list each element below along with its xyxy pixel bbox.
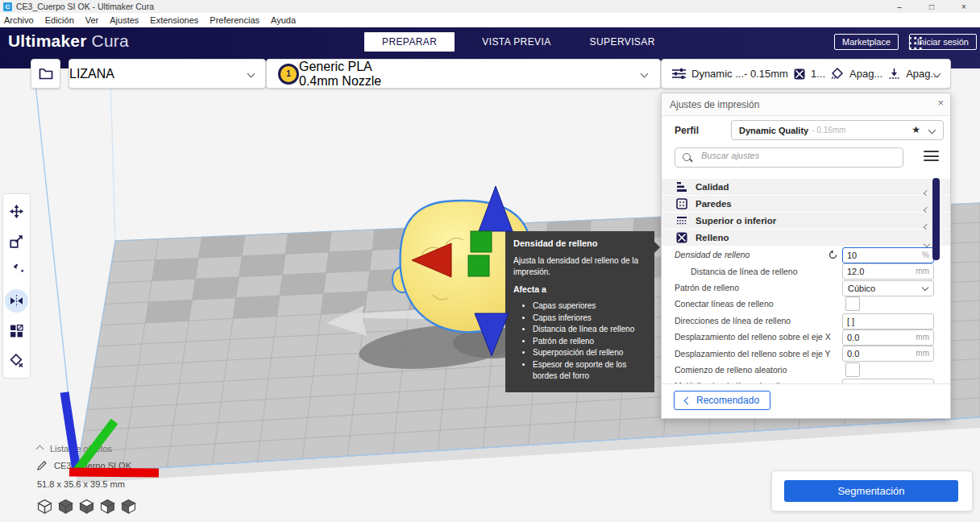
open-file-button[interactable] [31, 59, 60, 89]
mirror-handle-down[interactable] [475, 313, 509, 356]
infill-summary: 1... [811, 68, 825, 80]
setting-label: Patrón de relleno [675, 283, 739, 292]
mirror-handle-left[interactable] [412, 243, 451, 277]
view-front-button[interactable] [57, 497, 73, 515]
category-superior-inferior[interactable]: Superior o inferior [662, 213, 950, 229]
connect-infill-lines-checkbox[interactable] [845, 296, 860, 311]
affects-item: Patrón de relleno [533, 336, 646, 348]
tab-supervisar[interactable]: SUPERVISAR [579, 32, 666, 52]
mirror-handle-back[interactable] [468, 255, 489, 276]
support-blocker-icon [10, 354, 23, 367]
support-summary: Apag... [849, 68, 882, 80]
search-settings-input[interactable] [700, 150, 896, 161]
panel-header[interactable]: Ajustes de impresión × [662, 93, 950, 116]
sliders-icon [672, 68, 686, 80]
view-right-button[interactable] [120, 497, 136, 515]
x-axis [69, 472, 159, 473]
close-button[interactable]: × [948, 0, 980, 13]
support-blocker-button[interactable] [3, 346, 30, 375]
unit-label: % [922, 251, 929, 259]
support-icon [831, 68, 844, 80]
category-relleno[interactable]: Relleno [662, 230, 950, 246]
close-icon[interactable]: × [937, 97, 944, 109]
object-list-item[interactable]: CE3_Cuerpo SI OK [37, 460, 131, 470]
menu-bar: Archivo Edición Ver Ajustes Extensiones … [0, 13, 980, 27]
setting-row-infill-density: Densidad de relleno % [662, 246, 950, 263]
menu-ver[interactable]: Ver [80, 14, 105, 26]
mirror-handle-front[interactable] [471, 231, 492, 252]
infill-line-directions-input[interactable] [843, 314, 933, 329]
star-icon[interactable]: ★ [911, 124, 920, 135]
affects-item: Superposición del relleno [533, 347, 646, 359]
marketplace-button[interactable]: Marketplace [834, 34, 899, 50]
cube-right-icon [121, 499, 136, 514]
tooltip-affects-list: Capas superiores Capas inferiores Distan… [513, 300, 646, 383]
cube-top-icon [79, 499, 94, 514]
category-paredes[interactable]: Paredes [662, 196, 950, 212]
setting-label: Desplazamiento del relleno sobre el eje … [675, 349, 831, 358]
search-settings-box[interactable] [675, 147, 903, 168]
print-settings-panel: Ajustes de impresión × Perfil Dynamic Qu… [661, 93, 951, 419]
menu-ayuda[interactable]: Ayuda [265, 14, 301, 26]
per-model-settings-button[interactable] [3, 316, 30, 346]
slice-button[interactable]: Segmentación [784, 480, 958, 502]
setting-row-randomize-infill-start: Comienzo de relleno aleatorio [662, 362, 950, 378]
randomize-infill-start-checkbox[interactable] [845, 362, 860, 377]
category-label: Superior o inferior [696, 216, 776, 226]
printer-selector[interactable]: LIZANA [69, 59, 266, 89]
setting-tooltip: Densidad de relleno Ajusta la densidad d… [505, 231, 654, 392]
maximize-button[interactable]: □ [916, 0, 948, 13]
move-tool-button[interactable] [3, 197, 30, 226]
view-3d-button[interactable] [36, 497, 52, 515]
menu-archivo[interactable]: Archivo [0, 14, 39, 26]
minimize-button[interactable]: – [883, 0, 916, 13]
object-dimensions: 51.8 x 35.6 x 39.5 mm [37, 479, 125, 489]
setting-label: Comienzo de relleno aleatorio [675, 365, 787, 375]
infill-icon [676, 232, 687, 243]
action-panel: Segmentación [771, 470, 973, 512]
infill-density-input[interactable] [843, 248, 933, 263]
infill-offset-y-field: mm [842, 346, 934, 362]
tool-panel [2, 193, 31, 379]
panel-title: Ajustes de impresión [670, 99, 759, 110]
infill-line-distance-field: mm [842, 263, 934, 280]
material-selector[interactable]: 1 Generic PLA 0.4mm Nozzle [266, 59, 661, 89]
face-details [421, 238, 463, 299]
app-logo: Ultimaker Cura [8, 31, 129, 51]
scale-icon [10, 234, 23, 248]
reset-icon[interactable] [828, 250, 838, 260]
infill-line-directions-field [842, 313, 934, 329]
app-icon: C [3, 2, 12, 11]
profile-label: Perfil [675, 125, 699, 136]
signin-button[interactable]: Iniciar sesión [909, 34, 977, 50]
settings-menu-icon[interactable] [924, 151, 939, 162]
cube-front-icon [58, 499, 73, 514]
mirror-tool-button[interactable] [3, 286, 30, 316]
menu-edicion[interactable]: Edición [39, 14, 80, 26]
recommended-button[interactable]: Recomendado [674, 391, 770, 410]
tab-preparar[interactable]: PREPARAR [364, 32, 455, 52]
print-settings-summary[interactable]: Dynamic ...- 0.15mm 1... Apag... Apag... [661, 59, 951, 89]
category-label: Paredes [696, 199, 732, 209]
menu-preferencias[interactable]: Preferencias [204, 14, 265, 26]
view-top-button[interactable] [78, 497, 94, 515]
menu-extensiones[interactable]: Extensiones [144, 14, 204, 26]
mirror-handle-up[interactable] [479, 186, 513, 231]
category-calidad[interactable]: Calidad [662, 179, 950, 195]
view-left-button[interactable] [99, 497, 115, 515]
infill-pattern-dropdown[interactable]: Cúbico [842, 280, 934, 296]
printer-name: LIZANA [69, 67, 114, 81]
tab-vista-previa[interactable]: VISTA PREVIA [471, 32, 562, 52]
scale-tool-button[interactable] [3, 226, 30, 256]
setting-row-infill-offset-x: Desplazamiento del relleno sobre el eje … [662, 329, 950, 345]
material-name: Generic PLA [299, 60, 381, 74]
menu-ajustes[interactable]: Ajustes [104, 14, 144, 26]
profile-dropdown[interactable]: Dynamic Quality - 0.16mm ★ [731, 120, 944, 140]
setting-label: Direcciones de línea de relleno [675, 316, 791, 325]
object-list-toggle[interactable]: Lista de objetos [37, 444, 112, 454]
affects-item: Distancia de línea de relleno [533, 324, 646, 336]
rotate-tool-button[interactable] [3, 256, 30, 286]
settings-list: Densidad de relleno % Distancia de línea… [662, 246, 950, 395]
settings-scrollbar[interactable] [932, 178, 940, 260]
setting-row-infill-pattern: Patrón de relleno Cúbico [662, 280, 950, 296]
